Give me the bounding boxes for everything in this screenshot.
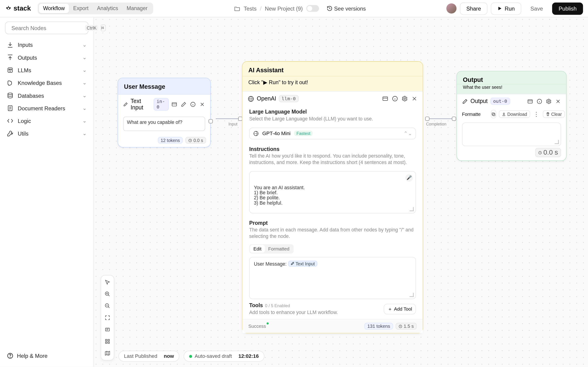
cursor-tool[interactable]: [103, 278, 112, 286]
brand-logo[interactable]: stack: [5, 5, 31, 12]
category-llms[interactable]: LLMs⌄: [5, 64, 88, 76]
share-button[interactable]: Share: [460, 2, 487, 15]
category-outputs[interactable]: Outputs⌄: [5, 51, 88, 64]
node2-out-port[interactable]: [425, 117, 429, 121]
svg-rect-26: [105, 328, 109, 331]
mic-icon[interactable]: 🎤: [405, 174, 413, 181]
node1-time: 0.0 s: [185, 137, 206, 144]
prompt-input[interactable]: User Message: Text Input: [249, 257, 416, 299]
grid-tool[interactable]: [103, 337, 112, 346]
last-published-pill[interactable]: Last Published now: [119, 351, 179, 362]
node-ai-assistant[interactable]: AI Assistant Click "▶ Run" to try it out…: [242, 61, 423, 333]
publish-button[interactable]: Publish: [552, 2, 583, 15]
edit-node-icon[interactable]: [181, 101, 187, 107]
svg-point-3: [9, 69, 10, 70]
svg-rect-27: [105, 340, 107, 341]
node-output[interactable]: Output What the user sees! Output out-0 …: [457, 71, 567, 161]
edit-icon: [123, 101, 128, 107]
node3-id: out-0: [490, 98, 510, 105]
llms-icon: [7, 67, 13, 73]
chevron-down-icon: ⌄: [82, 80, 86, 86]
download-button[interactable]: Download: [499, 110, 530, 118]
panel-icon[interactable]: [382, 95, 389, 102]
node1-title: User Message: [118, 78, 210, 95]
node-user-message[interactable]: User Message Text Input in-0 What are yo…: [118, 78, 211, 148]
outputs-icon: [7, 54, 13, 61]
chevron-down-icon: ⌄: [82, 105, 86, 111]
close-icon[interactable]: [199, 101, 205, 107]
category-doc[interactable]: Document Readers⌄: [5, 102, 88, 115]
node2-port-label: Completion: [426, 122, 447, 126]
note-tool[interactable]: [103, 325, 112, 334]
node3-in-port[interactable]: [452, 117, 456, 121]
fit-tool[interactable]: [103, 314, 112, 322]
tab-manager[interactable]: Manager: [122, 4, 152, 13]
inputs-icon: [7, 42, 13, 48]
category-logic[interactable]: Logic⌄: [5, 115, 88, 127]
prompt-title: Prompt: [249, 220, 416, 226]
expand-icon[interactable]: [171, 101, 177, 107]
node3-subtitle: What the user sees!: [457, 84, 566, 94]
category-db[interactable]: Databases⌄: [5, 89, 88, 102]
zoom-in-tool[interactable]: [103, 290, 112, 298]
info-icon[interactable]: [190, 101, 196, 107]
category-utils[interactable]: Utils⌄: [5, 127, 88, 140]
avatar[interactable]: [447, 3, 457, 14]
chevron-down-icon: ⌄: [82, 67, 86, 73]
formatted-label: Formatted: [462, 111, 483, 117]
info-icon[interactable]: [392, 95, 398, 102]
prompt-tab-edit[interactable]: Edit: [250, 245, 265, 252]
clear-button[interactable]: Clear: [543, 110, 565, 118]
search-input[interactable]: [11, 25, 82, 31]
svg-rect-28: [108, 340, 109, 341]
project-toggle[interactable]: [306, 5, 319, 12]
gear-icon[interactable]: [401, 95, 408, 102]
svg-rect-30: [108, 342, 109, 343]
map-tool[interactable]: [103, 349, 112, 357]
run-button[interactable]: Run: [491, 2, 521, 15]
node1-id: in-0: [154, 98, 169, 110]
breadcrumb: Tests / New Project (9) See versions: [233, 5, 366, 12]
tab-export[interactable]: Export: [69, 4, 93, 13]
svg-point-15: [404, 98, 405, 100]
output-area[interactable]: [462, 123, 561, 146]
node2-status: Success: [248, 324, 266, 329]
node2-title: AI Assistant: [242, 62, 423, 76]
chevron-updown-icon: ⌃⌄: [404, 130, 412, 136]
close-icon[interactable]: [555, 98, 561, 104]
node3-header: Output out-0: [457, 94, 566, 108]
see-versions-button[interactable]: See versions: [326, 5, 366, 12]
gear-icon[interactable]: [546, 98, 552, 104]
prompt-chip-text-input[interactable]: Text Input: [288, 261, 317, 267]
breadcrumb-folder[interactable]: Tests: [244, 5, 257, 12]
node2-footer: Success 131 tokens 1.5 s: [242, 319, 423, 333]
category-kb[interactable]: Knowledge Bases⌄: [5, 76, 88, 89]
zoom-out-tool[interactable]: [103, 302, 112, 310]
node2-subtitle: Click "▶ Run" to try it out!: [242, 76, 423, 91]
canvas[interactable]: User Message Text Input in-0 What are yo…: [94, 17, 588, 367]
category-inputs[interactable]: Inputs⌄: [5, 39, 88, 51]
auto-saved-pill[interactable]: Auto-saved draft 12:02:16: [184, 351, 264, 362]
help-more[interactable]: Help & More: [5, 349, 88, 362]
chevron-down-icon: ⌄: [82, 55, 86, 60]
header-tabs: Workflow Export Analytics Manager: [38, 2, 153, 15]
logic-icon: [7, 117, 13, 124]
save-button[interactable]: Save: [525, 3, 549, 14]
more-icon[interactable]: ⋮: [533, 111, 540, 117]
model-select[interactable]: GPT-4o Mini Fastest ⌃⌄: [249, 127, 416, 139]
prompt-tab-formatted[interactable]: Formatted: [265, 245, 293, 252]
add-tool-button[interactable]: ＋Add Tool: [384, 304, 416, 314]
tab-analytics[interactable]: Analytics: [93, 4, 122, 13]
node1-out-port[interactable]: [208, 119, 213, 123]
panel-icon[interactable]: [527, 98, 533, 104]
text-input-field[interactable]: What are you capable of?: [123, 117, 205, 131]
instructions-input[interactable]: 🎤 You are an AI assistant. 1) Be brief. …: [249, 171, 416, 213]
search-nodes[interactable]: CtrlK: [5, 22, 88, 34]
close-icon[interactable]: [411, 95, 418, 102]
tab-workflow[interactable]: Workflow: [39, 4, 69, 13]
breadcrumb-project[interactable]: New Project (9): [265, 5, 303, 12]
info-icon[interactable]: [536, 98, 543, 104]
copy-button[interactable]: [491, 110, 496, 118]
edit-icon: [462, 98, 468, 104]
status-dot-icon: [189, 355, 192, 358]
